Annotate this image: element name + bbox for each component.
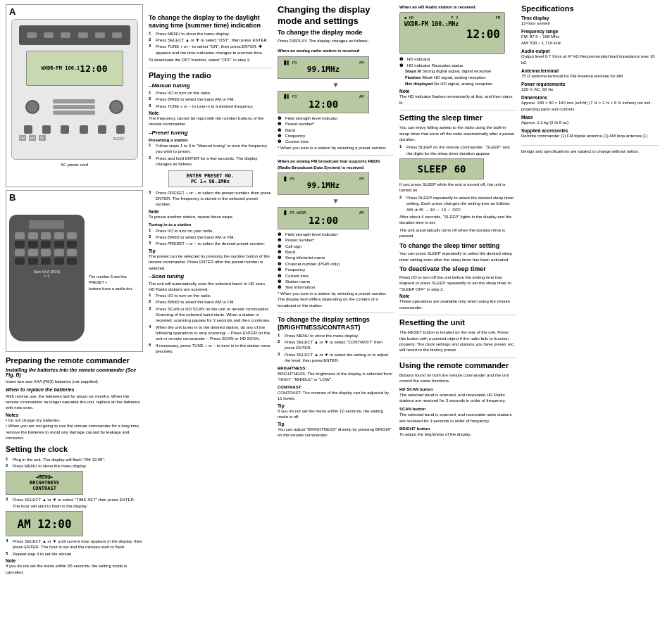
hd-indicator-icon: ◉ HD bbox=[404, 15, 413, 20]
note-2: • When you are not going to use the remo… bbox=[6, 423, 143, 441]
spec-dimensions-label: Dimensions bbox=[521, 95, 659, 100]
clock-step-3-text: Press SELECT ▲ or ▼ to select "TIME SET"… bbox=[13, 497, 143, 509]
remote-commander-title: Using the remote commander bbox=[399, 361, 516, 370]
brightness-title: To change the display settings (BRIGHTNE… bbox=[278, 316, 394, 332]
tuning-tip-label: Tip bbox=[149, 248, 272, 253]
rbds-band2: AM bbox=[359, 210, 364, 215]
hd-scan-btn-text: The selected band is scanned, and receiv… bbox=[399, 392, 516, 404]
scan-btn-label: SCAN button bbox=[399, 406, 516, 412]
radio-control-area bbox=[19, 93, 130, 121]
tuning-step-2-text: Press BAND to select the band AM or FM. bbox=[156, 234, 235, 240]
tuning-step-1-text: Press I/O to turn on your radio. bbox=[156, 228, 213, 234]
rbds-lcd-2: ▐▌ P5 WXDR AM 12:00 bbox=[278, 207, 369, 229]
scan-step-2-text: Press BAND to select the band AM or FM. bbox=[156, 299, 235, 305]
sleep-display-lcd: SLEEP 60 bbox=[399, 158, 484, 179]
sleep-intro: You can enjoy falling asleep to the radi… bbox=[399, 125, 516, 142]
legend-item-3: ❸ Band bbox=[278, 127, 394, 133]
battery-label: Size AAA (R03)× 2 bbox=[33, 270, 60, 278]
sleep-number: 60 bbox=[454, 163, 466, 175]
preset-btn-4[interactable] bbox=[80, 125, 88, 134]
radio-volume-knob[interactable] bbox=[25, 100, 39, 114]
analog-lcd-2: ▐▌▌ P3 AM 12:00 bbox=[278, 91, 369, 113]
menu-display-row2: BRIGHTNESS bbox=[30, 480, 59, 486]
spec-disclaimer: Design and specifications are subject to… bbox=[521, 149, 659, 155]
legend-item-1: ❶ Field strength level indicator bbox=[278, 115, 394, 121]
change-timer-title: To change the sleep timer setting bbox=[399, 242, 516, 250]
preset-btn-6[interactable] bbox=[116, 125, 125, 134]
indicator-band: FM bbox=[19, 135, 26, 141]
radio-tuning-knob[interactable] bbox=[109, 100, 123, 114]
remote-btn-3 bbox=[41, 232, 51, 239]
bc-tip2-label: Tip bbox=[278, 422, 394, 427]
scan-step-4-text: When the unit tunes in to the desired st… bbox=[156, 324, 272, 342]
spec-time-display-val: 12-hour system bbox=[521, 20, 659, 27]
hd-status-table: Stays lit Strong digital signal, digital… bbox=[405, 68, 516, 87]
manual-step-3-text: Press TUNE + or – to tune in to a desire… bbox=[156, 103, 254, 109]
legend-item-4: ❹ Frequency bbox=[278, 133, 394, 139]
remote-btn-7 bbox=[28, 241, 38, 248]
sleep-word: SLEEP bbox=[417, 163, 447, 175]
lcd2-time: 12:00 bbox=[309, 99, 338, 110]
lcd1-signal: ▐▌▌ P3 bbox=[282, 61, 297, 65]
preset-btn-2[interactable] bbox=[42, 125, 51, 134]
sleep-after: After about 4 seconds, "SLEEP" lights in… bbox=[399, 214, 516, 226]
clock-step-5: 5 Repeat step 4 to set the minute. bbox=[6, 551, 143, 557]
spec-power-label: Power requirements bbox=[521, 82, 659, 87]
analog-display-section: When an analog radio station is received… bbox=[278, 48, 394, 151]
dst-step-2: 2 Press SELECT ▲ or ▼ to select "DST", t… bbox=[149, 37, 272, 43]
hd-preset: P 3 bbox=[451, 15, 458, 20]
rbds-legend-8-text: Current time bbox=[285, 273, 309, 279]
preset-note-label: Note bbox=[149, 209, 272, 214]
menu-display-row1: ◄MENU► bbox=[35, 474, 53, 480]
spec-power-val: 120 V, AC, 60 Hz bbox=[521, 87, 659, 93]
sleep-note-label: Note bbox=[399, 294, 516, 298]
preset-btn-1[interactable] bbox=[24, 125, 32, 134]
radio-button-6 bbox=[112, 32, 122, 38]
replace-subtitle: When to replace the batteries bbox=[6, 387, 143, 392]
scan-heading: –Scan tuning bbox=[149, 273, 272, 279]
rbds-legend-6-text: Channel number (PS45 only) bbox=[285, 261, 340, 267]
hd-legend: ❶ HD indicator ❷ HD indicator Reception … bbox=[399, 56, 516, 106]
clock-step-2: 2 Press MENU to show the menu display. bbox=[6, 463, 143, 469]
preset-step-1: 1 Follow steps 1 to 3 in "Manual tuning"… bbox=[149, 143, 272, 155]
rbds-band: FM bbox=[359, 177, 364, 181]
remote-btn-14 bbox=[54, 249, 64, 256]
column-2: To change the display to the daylight sa… bbox=[149, 4, 272, 359]
panel-b-label: B bbox=[9, 192, 15, 203]
preset-tuning-heading: –Preset tuning bbox=[149, 130, 272, 136]
manual-note-label: Note bbox=[149, 111, 272, 115]
remote-btn-16 bbox=[15, 258, 25, 265]
sleep-step-2-text: Press SLEEP repeatedly to select the des… bbox=[406, 195, 516, 213]
remote-btn-11 bbox=[15, 249, 25, 256]
radio-button-5 bbox=[95, 32, 105, 38]
installing-subtitle: Installing the batteries into the remote… bbox=[6, 367, 143, 377]
hd-legend-indicator: ❶ HD indicator bbox=[399, 56, 516, 62]
menu-display-lcd: ◄MENU► BRIGHTNESS CONTRAST bbox=[6, 471, 83, 495]
preset-btn-5[interactable] bbox=[98, 125, 106, 134]
preset-btn-3[interactable] bbox=[61, 125, 69, 134]
contrast-text: CONTRAST: The contrast of the display ca… bbox=[278, 390, 394, 402]
contrast-label: CONTRAST: bbox=[278, 384, 394, 390]
panel-a: A WXDR-FM 100.1 12:00 bbox=[6, 4, 143, 187]
clock-display-lcd: AM 12:00 bbox=[6, 511, 83, 536]
analog-legend: ❶ Field strength level indicator ❷ Prese… bbox=[278, 115, 394, 151]
legend-2-text: Preset number* bbox=[285, 121, 315, 127]
note-1: • Do not charge dry batteries. bbox=[6, 417, 143, 423]
legend-5-text: Current time bbox=[285, 139, 309, 144]
clock-note-label: Note bbox=[6, 558, 143, 563]
rbds-freq: 99.1MHz bbox=[307, 181, 340, 190]
rbds-label: When an analog FM broadcast that support… bbox=[278, 158, 394, 170]
spec-antenna-label: Antenna terminal bbox=[521, 68, 659, 73]
legend-4-text: Frequency bbox=[285, 133, 305, 139]
spec-time-display-label: Time display bbox=[521, 15, 659, 20]
rbds-note-2: The display item differs depending on th… bbox=[278, 296, 394, 308]
radio-button-2 bbox=[44, 32, 54, 38]
radio-sleep-label: SLEEP bbox=[113, 137, 124, 141]
remote-btn-20 bbox=[67, 258, 77, 265]
preset-step-1-text: Follow steps 1 to 3 in "Manual tuning" t… bbox=[156, 143, 272, 155]
preset-display-row2: PC 1◄ 98.1MHz bbox=[173, 179, 248, 184]
daylight-section: To change the display to the daylight sa… bbox=[149, 14, 272, 63]
rbds-call: ▐▌ P5 WXDR bbox=[282, 210, 306, 215]
hd-reception-label: HD indicator Reception status bbox=[407, 63, 463, 68]
scan-btn-text: The selected band is scanned, and receiv… bbox=[399, 412, 516, 424]
